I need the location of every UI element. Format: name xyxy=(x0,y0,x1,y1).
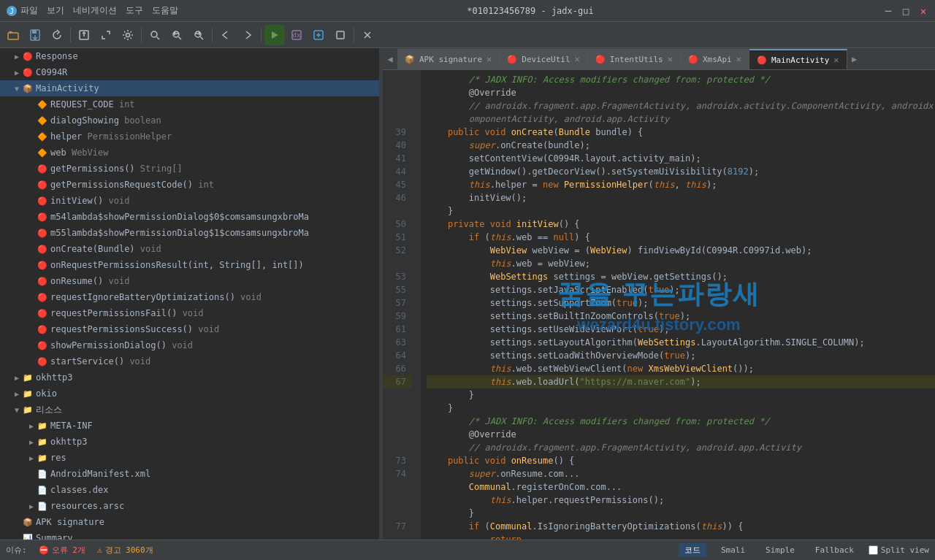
tree-item-res[interactable]: ▶ 📁 res xyxy=(0,450,379,466)
tree-item-resources-arsc[interactable]: ▶ 📄 resources.arsc xyxy=(0,498,379,514)
code-text: super.onCreate(bundle); xyxy=(427,139,590,152)
mode-smali-button[interactable]: Smali xyxy=(715,544,751,556)
tree-item-response[interactable]: ▶ 🔴 Response xyxy=(0,48,379,64)
tree-item-m54lambda[interactable]: 🔴 m54lambda$showPermissionDialog$0$comsa… xyxy=(0,209,379,225)
tab-close-xms-api[interactable]: ✕ xyxy=(736,54,741,64)
menu-view[interactable]: 보기 xyxy=(47,4,64,17)
save-all-button[interactable] xyxy=(25,25,45,45)
tree-item-requestpermissionsfail[interactable]: 🔴 requestPermissionsFail() void xyxy=(0,305,379,321)
tab-close-main-activity[interactable]: ✕ xyxy=(833,55,839,65)
menu-file[interactable]: 파일 xyxy=(20,4,38,17)
export-button[interactable] xyxy=(74,25,94,45)
tree-item-oncreate[interactable]: 🔴 onCreate(Bundle) void xyxy=(0,241,379,257)
tree-item-dialog-showing[interactable]: 🔶 dialogShowing boolean xyxy=(0,112,379,129)
code-line-50: private void initView() { xyxy=(427,218,935,231)
code-line-annotation-1: @Override xyxy=(427,86,935,99)
tree-item-requestignorebattery[interactable]: 🔴 requestIgnoreBatteryOptimizations() vo… xyxy=(0,289,379,305)
tree-item-getpermissionsrequestcode[interactable]: 🔴 getPermissionsRequestCode() int xyxy=(0,177,379,193)
tree-item-onresume[interactable]: 🔴 onResume() void xyxy=(0,273,379,289)
tab-device-util[interactable]: 🔴 DeviceUtil ✕ xyxy=(500,49,587,69)
tree-item-m55lambda[interactable]: 🔴 m55lambda$showPermissionDialog$1$comsa… xyxy=(0,225,379,241)
tree-arrow-okhttp3: ▶ xyxy=(12,372,22,383)
menu-navigate[interactable]: 네비게이션 xyxy=(73,4,117,17)
tree-item-summary[interactable]: 📊 Summary xyxy=(0,530,379,540)
split-view-checkbox[interactable] xyxy=(869,545,878,555)
line-num-header3 xyxy=(383,99,412,112)
mode-simple-button[interactable]: Simple xyxy=(760,544,801,556)
refresh-button[interactable] xyxy=(47,25,67,45)
tree-item-getpermissions[interactable]: 🔴 getPermissions() String[] xyxy=(0,161,379,177)
tab-close-intent-utils[interactable]: ✕ xyxy=(668,54,673,64)
tree-label-requestpermissionsfail: requestPermissionsFail() void xyxy=(50,308,204,318)
code-line-40: super.onCreate(bundle); xyxy=(427,139,935,152)
tree-item-okhttp3[interactable]: ▶ 📁 okhttp3 xyxy=(0,369,379,386)
decompile-button[interactable]: dx xyxy=(286,25,307,45)
find-next-button[interactable] xyxy=(188,25,209,45)
tab-icon-xms-api: 🔴 xyxy=(688,55,698,64)
open-file-button[interactable] xyxy=(3,25,23,45)
code-line-comment-4: // androidx.fragment.app.FragmentActivit… xyxy=(427,441,935,454)
tree-arrow-empty-6 xyxy=(26,180,37,190)
tree-item-apk-signature[interactable]: 📦 APK signature xyxy=(0,514,379,530)
tree-item-okhttp3-res[interactable]: ▶ 📁 okhttp3 xyxy=(0,434,379,450)
tree-item-initview[interactable]: 🔴 initView() void xyxy=(0,193,379,209)
code-text-area[interactable]: /* JADX INFO: Access modifiers changed f… xyxy=(421,70,935,540)
tree-item-classes-dex[interactable]: 📄 classes.dex xyxy=(0,482,379,498)
tree-item-okio[interactable]: ▶ 📁 okio xyxy=(0,386,379,402)
tab-xms-api[interactable]: 🔴 XmsApi ✕ xyxy=(681,49,749,69)
tree-item-meta-inf[interactable]: ▶ 📁 META-INF xyxy=(0,418,379,434)
maximize-button[interactable]: □ xyxy=(900,5,912,17)
forward-button[interactable] xyxy=(237,25,258,45)
tab-forward-button[interactable]: ▶ xyxy=(847,49,862,69)
code-line-55: settings.setJavaScriptEnabled(true); xyxy=(427,283,935,296)
code-line-77: if (Communal.IsIgnoringBatteryOptimizati… xyxy=(427,520,935,533)
tab-back-button[interactable]: ◀ xyxy=(383,49,397,69)
tab-intent-utils[interactable]: 🔴 IntentUtils ✕ xyxy=(588,49,681,69)
tree-icon-field-4: 🔶 xyxy=(37,147,48,158)
tree-item-showpermissiondialog[interactable]: 🔴 showPermissionDialog() void xyxy=(0,337,379,353)
tree-item-helper[interactable]: 🔶 helper PermissionHelper xyxy=(0,129,379,145)
tree-arrow-empty-2 xyxy=(26,115,37,126)
tree-item-c0994r[interactable]: ▶ 🔴 C0994R xyxy=(0,64,379,80)
mode-fallback-button[interactable]: Fallback xyxy=(809,544,860,556)
tab-close-device-util[interactable]: ✕ xyxy=(575,54,580,64)
tree-item-web[interactable]: 🔶 web WebView xyxy=(0,145,379,161)
tree-item-onrequestpermissionsresult[interactable]: 🔴 onRequestPermissionsResult(int, String… xyxy=(0,257,379,273)
tree-item-startservice[interactable]: 🔴 startService() void xyxy=(0,353,379,369)
line-num-51: 51 xyxy=(383,231,412,244)
tree-arrow-empty-5 xyxy=(26,164,37,174)
close-button[interactable]: ✕ xyxy=(917,5,929,17)
stop-button[interactable] xyxy=(330,25,351,45)
code-view: 39 40 41 44 45 46 50 51 52 53 55 57 59 6… xyxy=(383,70,935,540)
tree-label-response: Response xyxy=(36,51,78,61)
tree-item-resources[interactable]: ▼ 📁 리소스 xyxy=(0,402,379,418)
tab-close-apk-signature[interactable]: ✕ xyxy=(486,54,492,64)
tab-icon-apk-signature: 📦 xyxy=(405,55,415,64)
mode-code-button[interactable]: 코드 xyxy=(679,543,706,557)
find-prev-button[interactable] xyxy=(167,25,187,45)
tab-apk-signature[interactable]: 📦 APK signature ✕ xyxy=(397,49,500,69)
code-text: // androidx.fragment.app.FragmentActivit… xyxy=(427,99,935,112)
search-button[interactable] xyxy=(145,25,165,45)
svg-point-10 xyxy=(151,31,157,37)
tree-label-requestignorebattery: requestIgnoreBatteryOptimizations() void xyxy=(50,292,262,302)
menu-help[interactable]: 도움말 xyxy=(152,4,178,17)
tree-item-requestpermissionssuccess[interactable]: 🔴 requestPermissionsSuccess() void xyxy=(0,321,379,337)
expand-button[interactable] xyxy=(96,25,116,45)
generate-button[interactable] xyxy=(308,25,329,45)
run-button[interactable] xyxy=(264,25,285,45)
menu-tools[interactable]: 도구 xyxy=(126,4,143,17)
settings-button[interactable] xyxy=(118,25,138,45)
tree-label-m55lambda: m55lambda$showPermissionDialog$1$comsams… xyxy=(50,228,309,238)
tree-item-mainactivity[interactable]: ▼ 📦 MainActivity xyxy=(0,80,379,96)
code-line-requestperms: this.helper.requestPermissions(); xyxy=(427,494,935,507)
tree-item-androidmanifest[interactable]: 📄 AndroidManifest.xml xyxy=(0,466,379,482)
minimize-button[interactable]: ─ xyxy=(882,5,894,17)
tab-main-activity[interactable]: 🔴 MainActivity ✕ xyxy=(749,49,847,69)
code-line-comment-3: omponentActivity, android.app.Activity xyxy=(427,112,935,126)
tree-item-request-code[interactable]: 🔶 REQUEST_CODE int xyxy=(0,96,379,112)
code-editor: ◀ 📦 APK signature ✕ 🔴 DeviceUtil ✕ 🔴 Int… xyxy=(383,48,935,540)
tools-extra-button[interactable] xyxy=(357,25,378,45)
back-button[interactable] xyxy=(215,25,236,45)
line-num-57: 57 xyxy=(383,296,412,310)
